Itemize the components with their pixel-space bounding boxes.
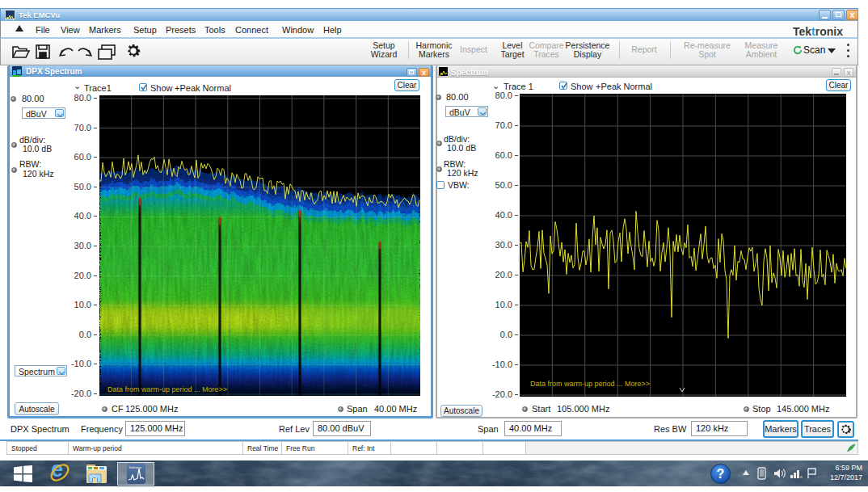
svg-text:Data from warm-up period ... M: Data from warm-up period ... More>> (530, 380, 650, 388)
svg-text:Data from warm-up period ... M: Data from warm-up period ... More>> (107, 385, 227, 393)
